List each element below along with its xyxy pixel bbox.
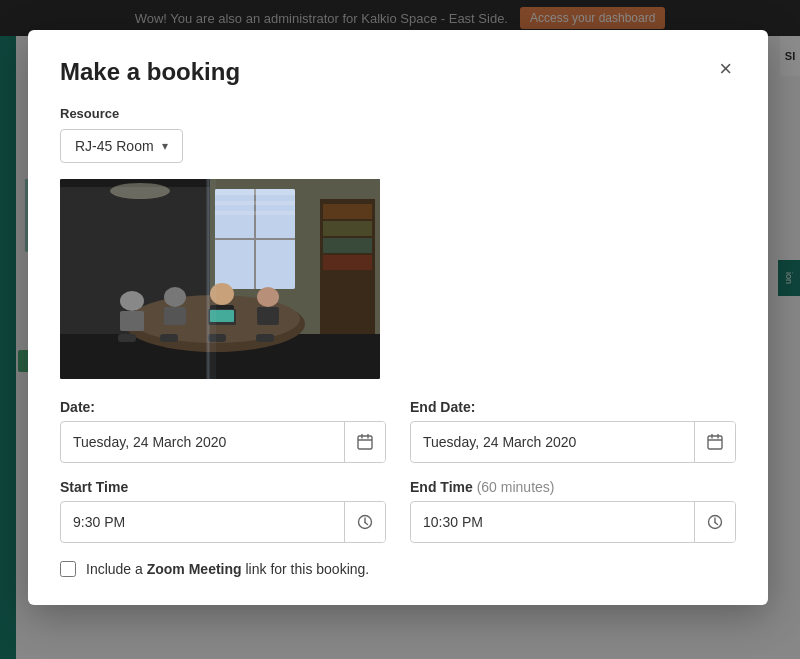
start-time-input-wrapper: [60, 501, 386, 543]
start-time-input[interactable]: [61, 504, 344, 540]
clock-icon-start: [357, 514, 373, 530]
svg-rect-29: [257, 307, 279, 325]
svg-rect-9: [215, 189, 295, 195]
date-calendar-button[interactable]: [344, 422, 385, 462]
svg-rect-11: [215, 211, 295, 215]
svg-rect-35: [208, 179, 216, 379]
end-date-calendar-button[interactable]: [694, 422, 735, 462]
modal-header: Make a booking ×: [60, 58, 736, 86]
svg-rect-14: [323, 221, 372, 236]
resource-value: RJ-45 Room: [75, 138, 154, 154]
date-input-wrapper: [60, 421, 386, 463]
svg-rect-36: [358, 436, 372, 449]
close-button[interactable]: ×: [715, 58, 736, 80]
svg-rect-21: [120, 311, 144, 331]
svg-line-46: [365, 523, 368, 525]
dropdown-arrow-icon: ▾: [162, 139, 168, 153]
date-field-group: Date:: [60, 399, 386, 463]
svg-rect-30: [118, 334, 136, 342]
resource-label: Resource: [60, 106, 736, 121]
svg-point-22: [164, 287, 186, 307]
zoom-brand-text: Zoom Meeting: [147, 561, 242, 577]
booking-modal: Make a booking × Resource RJ-45 Room ▾: [28, 30, 768, 605]
end-time-clock-button[interactable]: [694, 502, 735, 542]
zoom-label: Include a Zoom Meeting link for this boo…: [86, 561, 369, 577]
start-time-field-group: Start Time: [60, 479, 386, 543]
svg-rect-40: [708, 436, 722, 449]
svg-point-20: [120, 291, 144, 311]
end-date-input-wrapper: [410, 421, 736, 463]
svg-rect-31: [160, 334, 178, 342]
end-date-label: End Date:: [410, 399, 736, 415]
zoom-checkbox[interactable]: [60, 561, 76, 577]
end-date-input[interactable]: [411, 424, 694, 460]
end-time-field-group: End Time (60 minutes): [410, 479, 736, 543]
svg-point-28: [257, 287, 279, 307]
modal-title: Make a booking: [60, 58, 240, 86]
svg-rect-10: [215, 201, 295, 205]
zoom-row: Include a Zoom Meeting link for this boo…: [60, 561, 736, 577]
start-time-label: Start Time: [60, 479, 386, 495]
date-label: Date:: [60, 399, 386, 415]
start-time-clock-button[interactable]: [344, 502, 385, 542]
resource-dropdown[interactable]: RJ-45 Room ▾: [60, 129, 183, 163]
datetime-grid: Date: End Date:: [60, 399, 736, 543]
svg-rect-15: [323, 238, 372, 253]
svg-rect-23: [164, 307, 186, 325]
svg-line-49: [715, 523, 718, 525]
svg-rect-33: [256, 334, 274, 342]
calendar-icon: [357, 434, 373, 450]
end-date-field-group: End Date:: [410, 399, 736, 463]
end-time-input-wrapper: [410, 501, 736, 543]
svg-point-2: [110, 183, 170, 199]
calendar-icon-end: [707, 434, 723, 450]
date-input[interactable]: [61, 424, 344, 460]
room-image: [60, 179, 380, 379]
clock-icon-end: [707, 514, 723, 530]
svg-rect-13: [323, 204, 372, 219]
end-time-input[interactable]: [411, 504, 694, 540]
svg-rect-16: [323, 255, 372, 270]
end-time-sub: (60 minutes): [477, 479, 555, 495]
end-time-label: End Time (60 minutes): [410, 479, 736, 495]
